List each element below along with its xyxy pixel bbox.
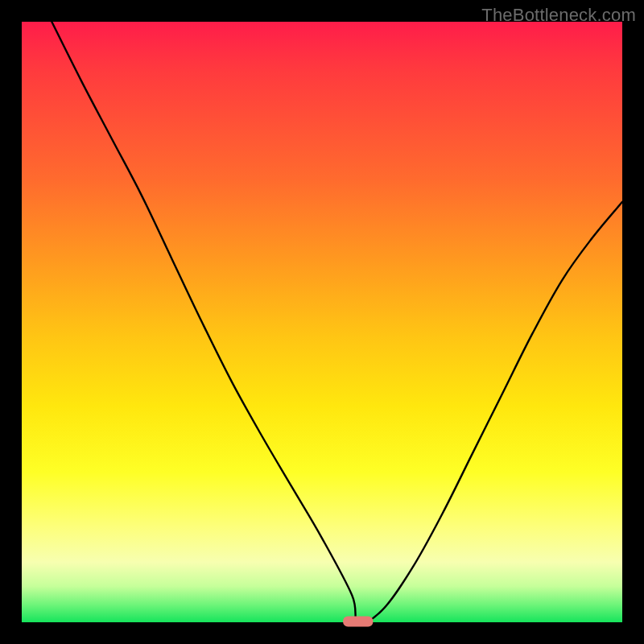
bottleneck-curve (52, 22, 622, 623)
chart-frame: TheBottleneck.com (0, 0, 644, 644)
chart-svg (22, 22, 622, 622)
watermark-text: TheBottleneck.com (481, 5, 636, 26)
optimal-marker (343, 617, 373, 627)
plot-area (22, 22, 622, 622)
